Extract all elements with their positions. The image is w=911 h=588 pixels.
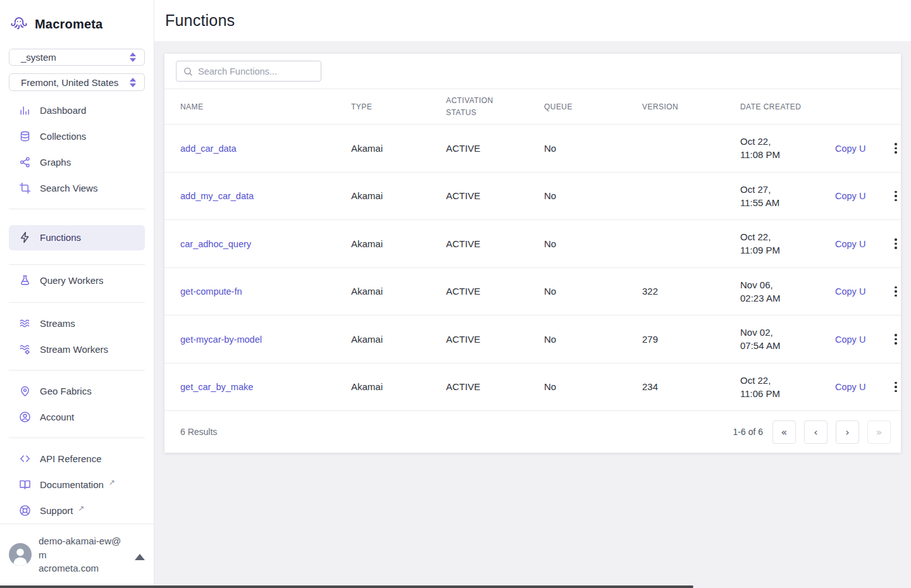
results-count: 6 Results: [180, 427, 217, 437]
avatar: [9, 543, 32, 566]
crop-icon: [19, 182, 31, 194]
search-input[interactable]: [198, 66, 316, 77]
code-icon: [19, 453, 31, 465]
last-page-button[interactable]: »: [867, 420, 891, 444]
sidebar-item-geo-fabrics[interactable]: Geo Fabrics: [0, 378, 154, 404]
horizontal-scrollbar-thumb[interactable]: [0, 585, 693, 588]
type-cell: Akamai: [351, 238, 446, 249]
sidebar-item-support[interactable]: Support ↗: [0, 498, 154, 524]
column-header: TYPE: [351, 102, 446, 111]
copy-url-link[interactable]: Copy U: [835, 191, 865, 201]
function-name-link[interactable]: get-compute-fn: [180, 286, 242, 297]
function-name-link[interactable]: get-mycar-by-model: [180, 334, 262, 345]
fabric-select[interactable]: _system: [9, 49, 145, 66]
brand-name: Macrometa: [35, 17, 102, 32]
version-cell: 234: [642, 381, 740, 392]
kebab-menu-icon[interactable]: [892, 284, 900, 300]
previous-page-button[interactable]: ‹: [804, 420, 827, 444]
table-row: get-compute-fn Akamai ACTIVE No 322 Nov …: [164, 268, 901, 316]
sidebar-item-search-views[interactable]: Search Views: [0, 175, 154, 201]
type-cell: Akamai: [351, 286, 446, 297]
first-page-button[interactable]: «: [772, 420, 796, 444]
pagination: 1-6 of 6 « ‹ › »: [733, 420, 891, 444]
table-row: get-mycar-by-model Akamai ACTIVE No 279 …: [164, 315, 901, 364]
sidebar-item-graphs[interactable]: Graphs: [0, 149, 154, 175]
region-select[interactable]: Fremont, United States: [9, 73, 145, 90]
sidebar-item-collections[interactable]: Collections: [0, 123, 154, 149]
sidebar-item-account[interactable]: Account: [0, 404, 154, 430]
sidebar-item-label: Documentation: [40, 479, 104, 490]
chevron-updown-icon: [130, 52, 136, 62]
sidebar-item-dashboard[interactable]: Dashboard: [0, 97, 154, 123]
external-link-icon: ↗: [109, 478, 115, 487]
copy-url-link[interactable]: Copy U: [835, 382, 865, 392]
date-created-cell: Nov 02,07:54 AM: [740, 326, 835, 352]
kebab-menu-icon[interactable]: [892, 188, 900, 204]
sidebar-item-streams[interactable]: Streams: [0, 310, 154, 336]
type-cell: Akamai: [351, 190, 446, 201]
content-area: NAME TYPE ACTIVATION STATUS QUEUE VERSIO…: [154, 41, 911, 588]
bar-chart-icon: [19, 104, 31, 116]
app-window: Macrometa _system Fremont, United States…: [0, 0, 911, 588]
table-header-row: NAME TYPE ACTIVATION STATUS QUEUE VERSIO…: [164, 89, 901, 125]
map-pin-icon: [19, 385, 31, 397]
sidebar-item-documentation[interactable]: Documentation ↗: [0, 472, 154, 498]
type-cell: Akamai: [351, 143, 446, 154]
kebab-menu-icon[interactable]: [892, 379, 900, 395]
user-menu[interactable]: demo-akamai-ew@macrometa.com: [0, 524, 154, 588]
date-created-cell: Oct 27,11:55 AM: [740, 183, 835, 209]
main-area: Functions NAME TYPE ACTIVATION: [154, 0, 911, 588]
copy-url-link[interactable]: Copy U: [835, 239, 865, 249]
region-select-value: Fremont, United States: [21, 77, 118, 88]
copy-url-link[interactable]: Copy U: [835, 286, 865, 297]
copy-url-link[interactable]: Copy U: [835, 334, 865, 345]
table-body: add_car_data Akamai ACTIVE No Oct 22,11:…: [164, 125, 901, 411]
life-buoy-icon: [19, 505, 31, 517]
version-cell: 322: [642, 286, 740, 297]
table-row: get_car_by_make Akamai ACTIVE No 234 Oct…: [164, 364, 901, 412]
function-name-link[interactable]: add_car_data: [180, 144, 237, 154]
sidebar-item-api-reference[interactable]: API Reference: [0, 446, 154, 472]
divider: [9, 209, 145, 209]
queue-cell: No: [544, 286, 642, 297]
sidebar-item-label: Stream Workers: [40, 344, 108, 355]
collapse-triangle-icon: [135, 554, 145, 560]
search-box: [176, 61, 321, 82]
sidebar: Macrometa _system Fremont, United States…: [0, 0, 154, 588]
kebab-menu-icon[interactable]: [892, 140, 900, 156]
sidebar-item-query-workers[interactable]: Query Workers: [0, 267, 154, 293]
date-created-cell: Oct 22,11:08 PM: [740, 135, 835, 161]
external-link-icon: ↗: [78, 504, 85, 513]
sidebar-item-stream-workers[interactable]: Stream Workers: [0, 336, 154, 362]
copy-url-link[interactable]: Copy U: [835, 144, 865, 154]
queue-cell: No: [544, 381, 642, 392]
page-title: Functions: [165, 11, 235, 30]
next-page-button[interactable]: ›: [836, 420, 859, 444]
divider: [9, 438, 145, 438]
sidebar-item-label: Functions: [40, 232, 81, 243]
activation-status-cell: ACTIVE: [446, 334, 544, 345]
kebab-menu-icon[interactable]: [892, 236, 900, 252]
queue-cell: No: [544, 190, 642, 201]
table-footer: 6 Results 1-6 of 6 « ‹ › »: [164, 411, 901, 453]
table-row: add_my_car_data Akamai ACTIVE No Oct 27,…: [164, 173, 901, 221]
sidebar-item-label: Dashboard: [40, 105, 86, 116]
activation-status-cell: ACTIVE: [446, 286, 544, 297]
activation-status-cell: ACTIVE: [446, 190, 544, 201]
date-created-cell: Oct 22,11:06 PM: [740, 374, 835, 400]
functions-card: NAME TYPE ACTIVATION STATUS QUEUE VERSIO…: [164, 54, 901, 453]
activation-status-cell: ACTIVE: [446, 381, 544, 392]
page-range: 1-6 of 6: [733, 427, 763, 437]
kebab-menu-icon[interactable]: [892, 331, 900, 347]
sidebar-item-label: Account: [40, 412, 74, 422]
brand-logo: Macrometa: [0, 0, 154, 34]
function-name-link[interactable]: add_my_car_data: [180, 191, 254, 201]
queue-cell: No: [544, 334, 642, 345]
function-name-link[interactable]: get_car_by_make: [180, 382, 253, 392]
date-created-cell: Nov 06,02:23 AM: [740, 278, 835, 305]
function-name-link[interactable]: car_adhoc_query: [180, 239, 251, 249]
search-icon: [183, 66, 193, 77]
queue-cell: No: [544, 143, 642, 154]
sidebar-item-functions[interactable]: Functions: [9, 225, 145, 250]
sidebar-item-label: Streams: [40, 318, 75, 329]
